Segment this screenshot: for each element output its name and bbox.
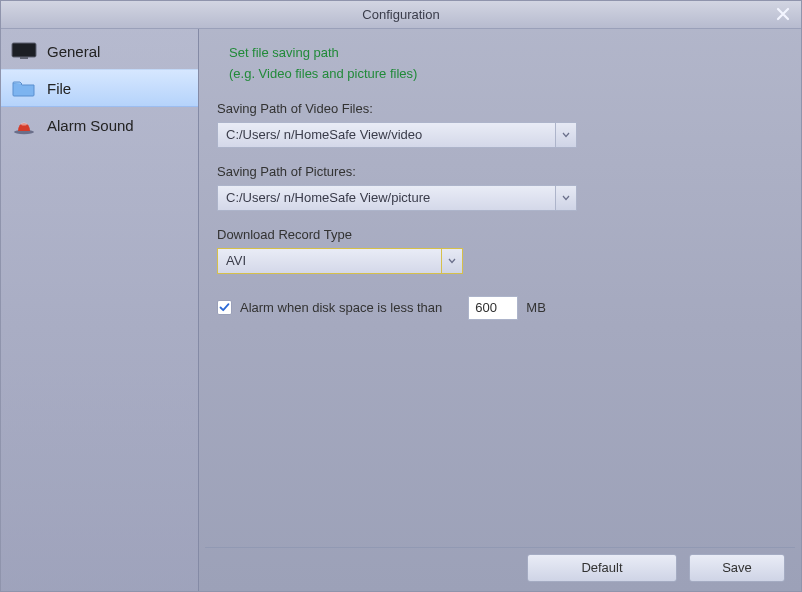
monitor-icon	[11, 41, 37, 61]
video-path-input[interactable]: C:/Users/ n/HomeSafe View/video	[217, 122, 555, 148]
chevron-down-icon	[562, 132, 570, 138]
close-icon	[776, 7, 790, 21]
sidebar-item-label: File	[47, 80, 71, 97]
sidebar-item-file[interactable]: File	[1, 69, 198, 107]
content-area: Set file saving path (e.g. Video files a…	[199, 29, 801, 591]
sidebar: General File Alarm Sound	[1, 29, 199, 591]
download-type-dropdown[interactable]	[441, 248, 463, 274]
sidebar-item-label: Alarm Sound	[47, 117, 134, 134]
video-path-label: Saving Path of Video Files:	[217, 101, 783, 116]
titlebar: Configuration	[1, 1, 801, 29]
chevron-down-icon	[448, 258, 456, 264]
sidebar-item-general[interactable]: General	[1, 33, 198, 69]
download-type-label: Download Record Type	[217, 227, 783, 242]
disk-alarm-unit: MB	[526, 300, 546, 315]
sidebar-item-label: General	[47, 43, 100, 60]
default-button[interactable]: Default	[527, 554, 677, 582]
download-type-select[interactable]: AVI	[217, 248, 463, 274]
video-path-field: C:/Users/ n/HomeSafe View/video	[217, 122, 577, 148]
siren-icon	[11, 115, 37, 135]
picture-path-field: C:/Users/ n/HomeSafe View/picture	[217, 185, 577, 211]
disk-alarm-checkbox[interactable]	[217, 300, 232, 315]
video-path-browse[interactable]	[555, 122, 577, 148]
picture-path-browse[interactable]	[555, 185, 577, 211]
check-icon	[219, 302, 230, 313]
window-title: Configuration	[362, 7, 439, 22]
disk-alarm-label: Alarm when disk space is less than	[240, 300, 442, 315]
file-settings-panel: Set file saving path (e.g. Video files a…	[199, 43, 801, 330]
chevron-down-icon	[562, 195, 570, 201]
close-button[interactable]	[771, 3, 795, 25]
button-label: Default	[581, 560, 622, 575]
hint-line-1: Set file saving path	[229, 43, 783, 64]
folder-icon	[11, 78, 37, 98]
picture-path-label: Saving Path of Pictures:	[217, 164, 783, 179]
download-type-value: AVI	[217, 248, 441, 274]
svg-rect-1	[20, 57, 28, 59]
svg-rect-0	[12, 43, 36, 57]
disk-alarm-row: Alarm when disk space is less than MB	[217, 296, 783, 320]
sidebar-item-alarm-sound[interactable]: Alarm Sound	[1, 107, 198, 143]
picture-path-input[interactable]: C:/Users/ n/HomeSafe View/picture	[217, 185, 555, 211]
disk-alarm-value[interactable]	[468, 296, 518, 320]
configuration-window: Configuration General File	[0, 0, 802, 592]
footer: Default Save	[205, 547, 795, 587]
save-button[interactable]: Save	[689, 554, 785, 582]
svg-point-3	[21, 123, 27, 126]
hint-line-2: (e.g. Video files and picture files)	[229, 64, 783, 85]
button-label: Save	[722, 560, 752, 575]
body: General File Alarm Sound Set file saving…	[1, 29, 801, 591]
